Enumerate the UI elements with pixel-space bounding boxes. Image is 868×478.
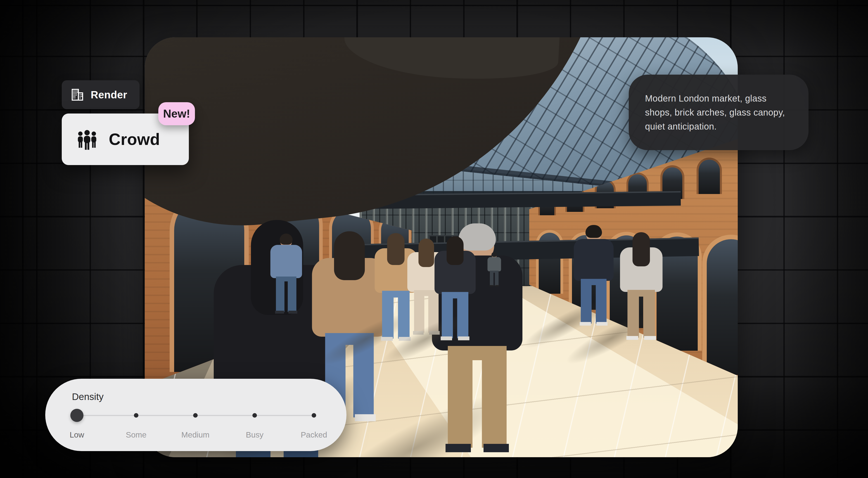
density-panel: Density LowSomeMediumBusyPacked [45,379,346,451]
render-button-label: Render [91,89,127,101]
building-icon [70,88,84,102]
density-option-low[interactable]: Low [70,430,84,439]
person-figure [429,237,481,340]
crowd-card-label: Crowd [109,130,160,149]
density-stop-medium[interactable] [193,413,198,418]
density-slider[interactable]: LowSomeMediumBusyPacked [77,379,314,451]
density-option-medium[interactable]: Medium [181,430,210,439]
prompt-text: Modern London market, glass shops, brick… [645,93,785,131]
density-stop-packed[interactable] [312,413,316,418]
density-stop-some[interactable] [134,413,138,418]
people-icon [75,128,99,150]
density-option-busy[interactable]: Busy [246,430,264,439]
density-stop-low[interactable] [70,409,84,422]
person-figure [615,233,668,340]
density-option-packed[interactable]: Packed [301,430,327,439]
person-figure [486,253,503,286]
arch-window [696,158,722,194]
render-button[interactable]: Render [62,80,140,109]
person-figure [569,226,619,326]
arch-window [702,235,738,375]
new-badge-label: New! [163,107,190,120]
person-figure [267,234,306,314]
new-badge: New! [158,102,195,125]
density-option-some[interactable]: Some [126,430,146,439]
arch-window [536,230,563,294]
density-stop-busy[interactable] [252,413,257,418]
prompt-bubble: Modern London market, glass shops, brick… [629,75,808,150]
